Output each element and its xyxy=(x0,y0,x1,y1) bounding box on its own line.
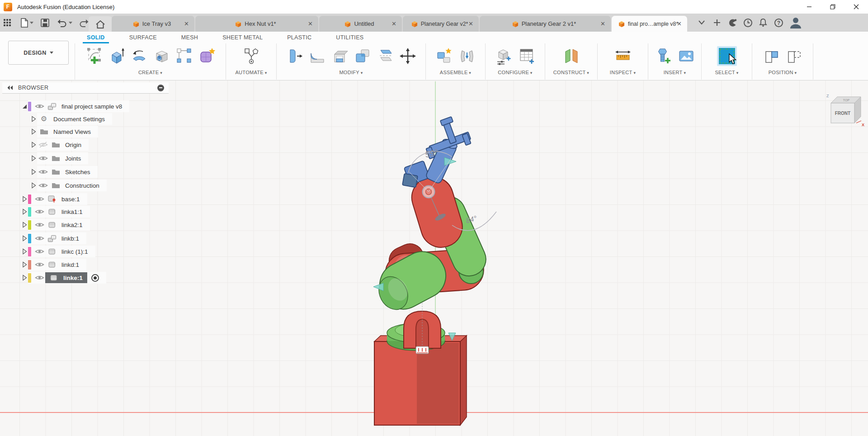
group-label-automate[interactable]: AUTOMATE xyxy=(235,70,267,75)
doc-tab-label[interactable]: Planetary Gear v2* xyxy=(421,21,468,27)
revolve-button[interactable] xyxy=(129,46,149,66)
expand-arrow[interactable] xyxy=(21,275,28,281)
browser-row-linke-selected[interactable]: linke:1 xyxy=(0,272,106,284)
activate-component-radio[interactable] xyxy=(91,274,99,282)
fillet-button[interactable] xyxy=(307,46,327,66)
browser-row-root[interactable]: final project sample v8 xyxy=(0,100,129,112)
doc-tab-label[interactable]: Ice Tray v3 xyxy=(142,20,171,27)
browser-row-sketches[interactable]: Sketches xyxy=(0,166,98,178)
browser-row-origin[interactable]: Origin xyxy=(0,139,89,151)
visibility-eye-icon[interactable] xyxy=(33,196,45,202)
browser-row-construction[interactable]: Construction xyxy=(0,180,107,191)
close-tab-icon[interactable]: ✕ xyxy=(677,20,682,27)
doc-tab-label[interactable]: Planetary Gear 2 v1* xyxy=(522,20,576,27)
browser-row-document-settings[interactable]: ⚙ Document Settings xyxy=(0,113,112,125)
visibility-eye-icon[interactable] xyxy=(33,103,45,109)
group-label-insert[interactable]: INSERT xyxy=(664,70,686,75)
visibility-eye-icon[interactable] xyxy=(33,261,45,268)
browser-row-label[interactable]: linkc (1):1 xyxy=(61,248,88,255)
save-button[interactable] xyxy=(41,19,49,27)
browser-row-label[interactable]: Sketches xyxy=(65,169,90,175)
visibility-eye-icon[interactable] xyxy=(33,235,45,242)
browser-row-label[interactable]: Document Settings xyxy=(53,116,105,123)
expand-arrow[interactable] xyxy=(30,155,37,161)
browser-row-named-views[interactable]: Named Views xyxy=(0,126,98,137)
expand-arrow-open[interactable] xyxy=(21,104,28,109)
close-tab-icon[interactable]: ✕ xyxy=(468,20,473,27)
browser-row-linka2[interactable]: linka2:1 xyxy=(0,219,90,231)
doc-tab-planetary-gear[interactable]: Planetary Gear v2* ✕ xyxy=(403,16,479,32)
browser-row-label[interactable]: linkb:1 xyxy=(61,235,79,242)
browser-row-label[interactable]: Construction xyxy=(65,182,99,189)
minimize-window-button[interactable] xyxy=(797,0,821,14)
doc-tab-ice-tray[interactable]: Ice Tray v3 ✕ xyxy=(112,16,194,32)
group-label-configure[interactable]: CONFIGURE xyxy=(498,70,532,75)
hole-button[interactable] xyxy=(152,46,172,66)
canvas-button[interactable] xyxy=(676,46,696,66)
browser-row-linkc[interactable]: linkc (1):1 xyxy=(0,246,95,257)
visibility-eye-icon[interactable] xyxy=(33,248,45,255)
browser-row-label[interactable]: linkd:1 xyxy=(61,261,79,268)
close-tab-icon[interactable]: ✕ xyxy=(184,20,189,27)
measure-button[interactable] xyxy=(613,46,633,66)
doc-tab-label[interactable]: final pro…ample v8* xyxy=(628,21,679,27)
group-label-create[interactable]: CREATE xyxy=(138,70,162,75)
insert-fastener-button[interactable] xyxy=(654,46,674,66)
group-label-modify[interactable]: MODIFY xyxy=(339,70,363,75)
doc-tab-planetary-gear-2[interactable]: Planetary Gear 2 v1* ✕ xyxy=(480,16,611,32)
doc-tab-label[interactable]: Untitled xyxy=(354,20,374,27)
close-tab-icon[interactable]: ✕ xyxy=(308,20,313,27)
expand-arrow[interactable] xyxy=(21,209,28,215)
browser-panel-header[interactable]: BROWSER xyxy=(2,82,169,94)
home-view-button[interactable] xyxy=(89,16,112,32)
browser-row-label[interactable]: linka1:1 xyxy=(61,209,83,215)
expand-arrow[interactable] xyxy=(30,142,37,148)
group-label-construct[interactable]: CONSTRUCT xyxy=(553,70,589,75)
browser-row-linkb[interactable]: linkb:1 xyxy=(0,232,86,244)
expand-arrow[interactable] xyxy=(30,128,37,135)
group-label-inspect[interactable]: INSPECT xyxy=(610,70,636,75)
doc-tab-label[interactable]: Hex Nut v1* xyxy=(245,20,276,27)
doc-tab-final-project-active[interactable]: final pro…ample v8* ✕ xyxy=(612,16,687,32)
create-sketch-button[interactable] xyxy=(84,46,104,66)
collapse-panel-icon[interactable] xyxy=(7,85,14,90)
workspace-switcher-design[interactable]: DESIGN xyxy=(8,41,69,65)
plastic-feature-button[interactable] xyxy=(197,46,217,66)
browser-row-label[interactable]: Origin xyxy=(65,142,81,148)
expand-arrow[interactable] xyxy=(21,235,28,242)
undo-button[interactable] xyxy=(57,19,72,27)
tab-plastic[interactable]: PLASTIC xyxy=(275,32,324,43)
visibility-eye-hidden-icon[interactable] xyxy=(37,142,49,148)
configuration-table-button[interactable] xyxy=(517,46,537,66)
tab-sheet-metal[interactable]: SHEET METAL xyxy=(210,32,275,43)
doc-tab-hex-nut[interactable]: Hex Nut v1* ✕ xyxy=(195,16,318,32)
app-grid-button[interactable] xyxy=(4,19,11,27)
expand-arrow[interactable] xyxy=(21,196,28,202)
browser-row-label[interactable]: final project sample v8 xyxy=(61,103,122,110)
tab-utilities[interactable]: UTILITIES xyxy=(324,32,376,43)
construction-plane-button[interactable] xyxy=(561,46,581,66)
doc-tab-untitled[interactable]: Untitled ✕ xyxy=(319,16,402,32)
rectangular-pattern-button[interactable] xyxy=(175,46,194,66)
file-menu-button[interactable] xyxy=(20,18,33,28)
tab-mesh[interactable]: MESH xyxy=(169,32,210,43)
visibility-eye-icon[interactable] xyxy=(37,169,49,175)
press-pull-button[interactable] xyxy=(285,46,305,66)
viewport-canvas[interactable]: 59° 84° FRONT TOP Z X xyxy=(0,81,868,436)
browser-row-label[interactable]: linke:1 xyxy=(63,275,83,281)
visibility-eye-icon[interactable] xyxy=(37,155,49,161)
tab-solid[interactable]: SOLID xyxy=(75,32,117,43)
joint-button[interactable] xyxy=(457,46,477,66)
new-tab-button[interactable] xyxy=(712,17,722,28)
split-body-button[interactable] xyxy=(375,46,395,66)
expand-arrow[interactable] xyxy=(30,182,37,189)
undo-menu-caret[interactable] xyxy=(69,22,72,24)
revert-position-button[interactable] xyxy=(784,46,804,66)
robot-arm-model[interactable]: 59° 84° xyxy=(372,117,496,425)
expand-arrow[interactable] xyxy=(30,116,37,122)
group-label-assemble[interactable]: ASSEMBLE xyxy=(440,70,471,75)
expand-arrow[interactable] xyxy=(21,222,28,228)
browser-row-linkd[interactable]: linkd:1 xyxy=(0,259,86,270)
job-status-button[interactable] xyxy=(742,17,753,28)
close-tab-icon[interactable]: ✕ xyxy=(392,20,396,27)
